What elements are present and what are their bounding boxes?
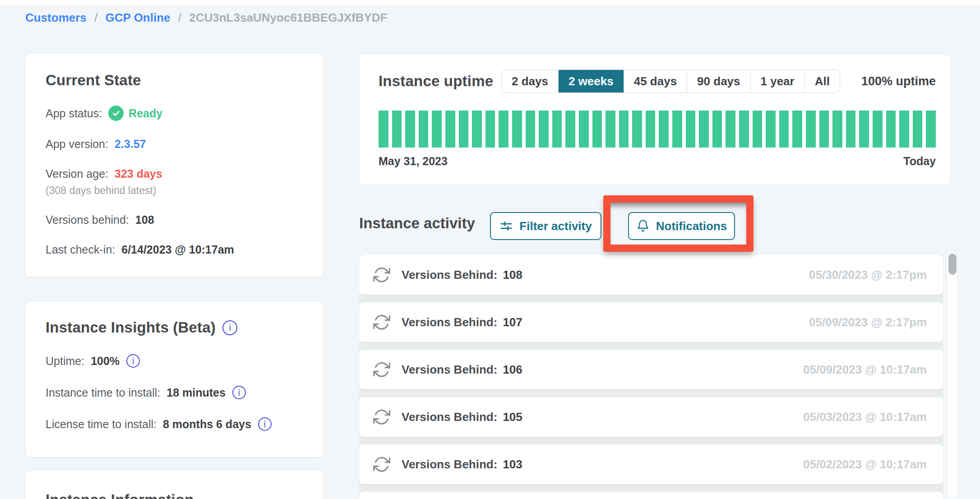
activity-scrollbar-track[interactable] [947, 251, 958, 499]
uptime-bar [592, 111, 602, 148]
info-icon[interactable]: i [232, 386, 246, 399]
uptime-bar [686, 111, 696, 148]
license-install-row: License time to install: 8 months 6 days… [46, 417, 304, 431]
instance-activity-list: Versions Behind: 108 05/30/2023 @ 2:17pm… [359, 255, 943, 499]
uptime-bar [873, 111, 883, 148]
uptime-bar [579, 111, 589, 148]
uptime-bar [926, 111, 936, 148]
version-age-row: Version age: 323 days [46, 167, 304, 180]
uptime-bar [392, 111, 402, 148]
instance-install-row: Instance time to install: 18 minutes i [46, 386, 304, 399]
uptime-range-90-days[interactable]: 90 days [687, 70, 750, 92]
uptime-range-1-year[interactable]: 1 year [750, 70, 804, 92]
activity-row[interactable]: Versions Behind: 106 05/09/2023 @ 10:17a… [359, 350, 943, 389]
uptime-range-2-weeks[interactable]: 2 weeks [558, 70, 624, 92]
uptime-bar [405, 111, 415, 148]
last-checkin-row: Last check-in: 6/14/2023 @ 10:17am [46, 243, 304, 256]
uptime-bar [419, 111, 429, 148]
instance-install-value: 18 minutes [166, 386, 226, 399]
uptime-bar [472, 111, 482, 148]
activity-row-timestamp: 05/30/2023 @ 2:17pm [809, 268, 927, 282]
activity-row-value: 107 [503, 315, 522, 329]
current-state-title: Current State [46, 72, 304, 89]
uptime-summary: 100% uptime [861, 74, 936, 88]
app-version-value[interactable]: 2.3.57 [115, 138, 146, 151]
instance-uptime-title: Instance uptime [379, 73, 502, 90]
uptime-bar [379, 111, 388, 148]
uptime-bar [792, 111, 802, 148]
uptime-bar [846, 111, 856, 148]
activity-row-timestamp: 05/09/2023 @ 10:17am [803, 363, 927, 377]
uptime-range-tabs: 2 days2 weeks45 days90 days1 yearAll [502, 70, 840, 92]
breadcrumb-customers[interactable]: Customers [25, 11, 87, 24]
uptime-bar [753, 111, 763, 148]
uptime-row: Uptime: 100% i [46, 354, 304, 368]
license-install-value: 8 months 6 days [163, 418, 251, 431]
activity-row-label: Versions Behind: [402, 457, 497, 471]
ready-check-icon [108, 106, 124, 121]
uptime-bar [672, 111, 682, 148]
info-icon[interactable]: i [258, 417, 272, 431]
app-status-value: Ready [129, 107, 162, 120]
uptime-range-all[interactable]: All [804, 70, 840, 92]
sync-icon [373, 408, 391, 426]
activity-row-partial[interactable] [359, 492, 943, 499]
uptime-bar [445, 111, 455, 148]
notifications-label: Notifications [656, 219, 727, 233]
uptime-bar [832, 111, 842, 148]
uptime-range-2-days[interactable]: 2 days [502, 70, 558, 92]
activity-row[interactable]: Versions Behind: 107 05/09/2023 @ 2:17pm [359, 302, 943, 342]
uptime-bar [726, 111, 735, 148]
license-install-label: License time to install: [46, 418, 157, 431]
uptime-range-45-days[interactable]: 45 days [624, 70, 687, 92]
chart-end-label: Today [903, 155, 936, 168]
activity-row-timestamp: 05/03/2023 @ 10:17am [803, 410, 927, 424]
uptime-bar [606, 111, 615, 148]
breadcrumb-instance-id: 2CU3nL3saUNyoc61BBEGJXfBYDF [189, 11, 387, 24]
activity-row-value: 103 [503, 457, 522, 471]
app-status-row: App status: Ready [46, 106, 304, 121]
uptime-bar [485, 111, 495, 148]
uptime-bar [779, 111, 789, 148]
sync-icon [373, 360, 391, 379]
uptime-bar [859, 111, 869, 148]
version-age-note: (308 days behind latest) [46, 185, 304, 197]
last-checkin-value: 6/14/2023 @ 10:17am [121, 243, 234, 256]
sync-icon [373, 455, 391, 473]
activity-row[interactable]: Versions Behind: 103 05/02/2023 @ 10:17a… [359, 444, 943, 484]
uptime-bar [659, 111, 669, 148]
app-version-row: App version: 2.3.57 [46, 138, 304, 151]
activity-row-label: Versions Behind: [402, 410, 497, 424]
uptime-bar [819, 111, 829, 148]
info-icon[interactable]: i [126, 354, 140, 368]
filter-activity-button[interactable]: Filter activity [490, 212, 601, 240]
uptime-bar [619, 111, 629, 148]
activity-scrollbar-thumb[interactable] [948, 254, 957, 275]
instance-information-title: Instance Information [46, 491, 304, 499]
activity-row-timestamp: 05/02/2023 @ 10:17am [803, 457, 927, 471]
instance-insights-card: Instance Insights (Beta) i Uptime: 100% … [25, 301, 324, 457]
bell-icon [636, 219, 650, 233]
info-icon[interactable]: i [222, 320, 237, 335]
activity-row[interactable]: Versions Behind: 108 05/30/2023 @ 2:17pm [359, 255, 943, 295]
current-state-card: Current State App status: Ready App vers… [25, 53, 324, 277]
activity-row-value: 106 [503, 363, 522, 377]
activity-row-value: 105 [503, 410, 522, 424]
versions-behind-label: Versions behind: [46, 213, 129, 226]
sync-icon [373, 266, 391, 284]
uptime-bar [913, 111, 923, 148]
uptime-bar [512, 111, 522, 148]
activity-row-label: Versions Behind: [402, 315, 497, 329]
uptime-bar [699, 111, 709, 148]
activity-row-value: 108 [503, 268, 522, 282]
notifications-button[interactable]: Notifications [628, 212, 735, 240]
breadcrumb-separator: / [94, 11, 97, 24]
breadcrumb-customer-name[interactable]: GCP Online [106, 11, 171, 24]
instance-install-label: Instance time to install: [46, 386, 160, 399]
uptime-bar [886, 111, 896, 148]
version-age-value: 323 days [115, 167, 162, 180]
uptime-bar [499, 111, 508, 148]
version-age-label: Version age: [46, 167, 108, 180]
activity-row[interactable]: Versions Behind: 105 05/03/2023 @ 10:17a… [359, 397, 943, 437]
instance-insights-title: Instance Insights (Beta) [46, 319, 216, 336]
